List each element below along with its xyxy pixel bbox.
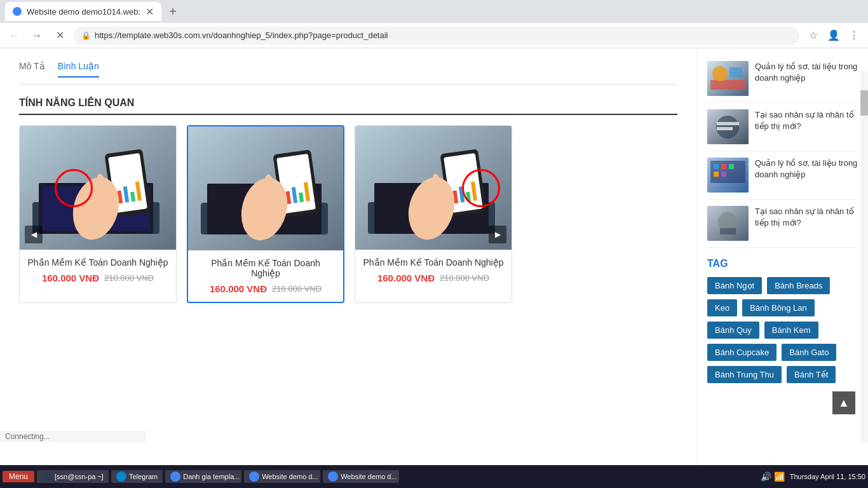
back-to-top-button[interactable]: ▲ <box>832 391 855 414</box>
telegram-icon <box>116 471 126 482</box>
product-name-2: Phần Mềm Kế Toán Doanh Nghiệp <box>196 258 336 278</box>
status-bar: Connecting... <box>0 431 146 442</box>
taskbar-telegram-label: Telegram <box>129 473 158 480</box>
tag-banh-tet[interactable]: Bánh Tết <box>787 366 836 383</box>
taskbar-terminal-label: [ssn@ssn-pa ~] <box>55 473 104 480</box>
sidebar-article-3[interactable]: Quản lý hồ sơ, tài liệu trong doanh nghi… <box>707 151 858 200</box>
tag-section: TAG Bánh Ngọt Bánh Breads Keo Bánh Bông … <box>707 258 858 383</box>
scrollbar-track <box>860 71 868 442</box>
svg-rect-48 <box>721 172 726 177</box>
sidebar-article-title-3: Quản lý hồ sơ, tài liệu trong doanh nghi… <box>755 158 858 193</box>
chrome-icon-3 <box>328 471 338 482</box>
tag-grid: Bánh Ngọt Bánh Breads Keo Bánh Bông Lan … <box>707 277 858 383</box>
taskbar-item-danh-gia[interactable]: Danh gia templa... <box>165 470 241 483</box>
tag-banh-quy[interactable]: Bánh Quy <box>707 322 759 339</box>
tab-binh-luan[interactable]: Bình Luận <box>58 61 99 78</box>
svg-rect-51 <box>720 228 736 234</box>
price-row-2: 160.000 VNĐ 210.000 VNĐ <box>196 283 336 294</box>
product-name-1: Phần Mềm Kế Toán Doanh Nghiệp <box>27 257 168 268</box>
price-old-1: 210.000 VNĐ <box>104 273 154 283</box>
product-image-1: ◀ <box>20 126 176 250</box>
product-grid: ◀ Phần Mềm Kế Toán Doanh Nghiệp 160.000 … <box>19 125 677 303</box>
taskbar-item-website-1[interactable]: Website demo d... <box>244 470 320 483</box>
tag-title: TAG <box>707 258 858 269</box>
sidebar-article-4[interactable]: Tại sao nhân sự là nhân tố tiếp thị mới? <box>707 200 858 248</box>
taskbar-item-telegram[interactable]: Telegram <box>111 470 163 483</box>
svg-rect-40 <box>717 122 739 125</box>
sidebar-thumb-2 <box>707 109 749 144</box>
svg-rect-41 <box>717 127 733 130</box>
next-button-3[interactable]: ▶ <box>489 226 506 243</box>
sidebar-article-title-4: Tại sao nhân sự là nhân tố tiếp thị mới? <box>755 206 858 241</box>
price-old-3: 210.000 VNĐ <box>440 273 489 283</box>
main-content: Mô Tả Bình Luận TÍNH NĂNG LIÊN QUAN <box>0 48 868 465</box>
back-button[interactable]: ← <box>5 27 23 44</box>
scrollbar-thumb[interactable] <box>860 90 868 116</box>
price-row-1: 160.000 VNĐ 210.000 VNĐ <box>27 273 168 283</box>
product-info-1: Phần Mềm Kế Toán Doanh Nghiệp 160.000 VN… <box>20 250 176 291</box>
menu-icon[interactable]: ⋮ <box>845 27 863 44</box>
sidebar-article-1[interactable]: Quản lý hồ sơ, tài liệu trong doanh nghi… <box>707 55 858 103</box>
start-menu-button[interactable]: Menu <box>3 471 34 482</box>
product-info-3: Phần Mềm Kế Toán Doanh Nghiệp 160.000 VN… <box>355 250 512 291</box>
address-bar: ← → ✕ 🔒 https://template.web30s.com.vn/d… <box>0 23 868 48</box>
url-bar[interactable]: 🔒 https://template.web30s.com.vn/doanhng… <box>74 27 799 44</box>
taskbar-item-terminal[interactable]: [ssn@ssn-pa ~] <box>37 470 109 483</box>
forward-button[interactable]: → <box>28 27 46 44</box>
price-new-3: 160.000 VNĐ <box>377 273 435 283</box>
price-new-2: 160.000 VNĐ <box>210 283 267 294</box>
url-text: https://template.web30s.com.vn/doanhnghi… <box>95 30 388 40</box>
tray-icons: 🔊 📶 <box>761 471 785 482</box>
tab-mo-ta[interactable]: Mô Tả <box>19 61 45 78</box>
svg-point-36 <box>712 66 728 81</box>
tab-close-button[interactable]: ✕ <box>146 6 154 18</box>
clock-text: Thursday April 11, 15:50 <box>790 473 865 480</box>
browser-window: Website demo demo1014.web: ✕ + ← → ✕ 🔒 h… <box>0 0 868 488</box>
tag-banh-ngot[interactable]: Bánh Ngọt <box>707 277 762 294</box>
product-card-2[interactable]: Phần Mềm Kế Toán Doanh Nghiệp 160.000 VN… <box>187 125 344 303</box>
sidebar-thumb-3 <box>707 158 749 193</box>
taskbar-website1-label: Website demo d... <box>262 473 318 480</box>
tag-banh-gato[interactable]: Bánh Gato <box>782 344 836 361</box>
prev-button-1[interactable]: ◀ <box>25 226 43 243</box>
browser-tab[interactable]: Website demo demo1014.web: ✕ <box>5 2 161 21</box>
product-card-3[interactable]: ▶ Phần Mềm Kế Toán Doanh Nghiệp 160.000 … <box>355 125 512 303</box>
svg-rect-37 <box>729 67 742 77</box>
svg-rect-47 <box>714 172 719 177</box>
tag-banh-trung-thu[interactable]: Bánh Trung Thu <box>707 366 782 383</box>
taskbar-right: 🔊 📶 Thursday April 11, 15:50 <box>761 471 865 482</box>
product-info-2: Phần Mềm Kế Toán Doanh Nghiệp 160.000 VN… <box>188 250 343 302</box>
section-title: TÍNH NĂNG LIÊN QUAN <box>19 97 677 115</box>
tag-banh-bong-lan[interactable]: Bánh Bông Lan <box>742 299 815 316</box>
tag-keo[interactable]: Keo <box>707 299 737 316</box>
taskbar-website2-label: Website demo d... <box>341 473 397 480</box>
chrome-icon-1 <box>170 471 180 482</box>
svg-rect-45 <box>721 164 726 169</box>
bookmark-icon[interactable]: ☆ <box>804 27 822 44</box>
sidebar-article-2[interactable]: Tại sao nhân sự là nhân tố tiếp thị mới? <box>707 103 858 151</box>
svg-rect-46 <box>729 164 734 169</box>
tag-banh-cupcake[interactable]: Bánh Cupcake <box>707 344 776 361</box>
product-card-1[interactable]: ◀ Phần Mềm Kế Toán Doanh Nghiệp 160.000 … <box>19 125 177 303</box>
tag-banh-breads[interactable]: Bánh Breads <box>767 277 830 294</box>
taskbar-danh-gia-label: Danh gia templa... <box>183 473 240 480</box>
svg-rect-44 <box>714 164 719 169</box>
sidebar-article-title-1: Quản lý hồ sơ, tài liệu trong doanh nghi… <box>755 61 858 96</box>
tab-bar: Website demo demo1014.web: ✕ + <box>0 0 868 23</box>
browser-right-icons: ☆ 👤 ⋮ <box>804 27 863 44</box>
svg-rect-35 <box>710 80 745 90</box>
price-row-3: 160.000 VNĐ 210.000 VNĐ <box>363 273 504 283</box>
page-content: Mô Tả Bình Luận TÍNH NĂNG LIÊN QUAN <box>0 48 696 465</box>
new-tab-button[interactable]: + <box>164 3 182 20</box>
sidebar-thumb-1 <box>707 61 749 96</box>
profile-icon[interactable]: 👤 <box>825 27 843 44</box>
product-image-2 <box>188 126 343 250</box>
tab-title: Website demo demo1014.web: <box>27 7 140 17</box>
taskbar-item-website-2[interactable]: Website demo d... <box>323 470 399 483</box>
tag-banh-kem[interactable]: Bánh Kem <box>764 322 818 339</box>
tab-favicon <box>13 7 22 16</box>
refresh-button[interactable]: ✕ <box>51 27 69 44</box>
taskbar-clock: Thursday April 11, 15:50 <box>790 473 865 480</box>
tab-navigation: Mô Tả Bình Luận <box>19 61 677 85</box>
price-new-1: 160.000 VNĐ <box>42 273 99 283</box>
